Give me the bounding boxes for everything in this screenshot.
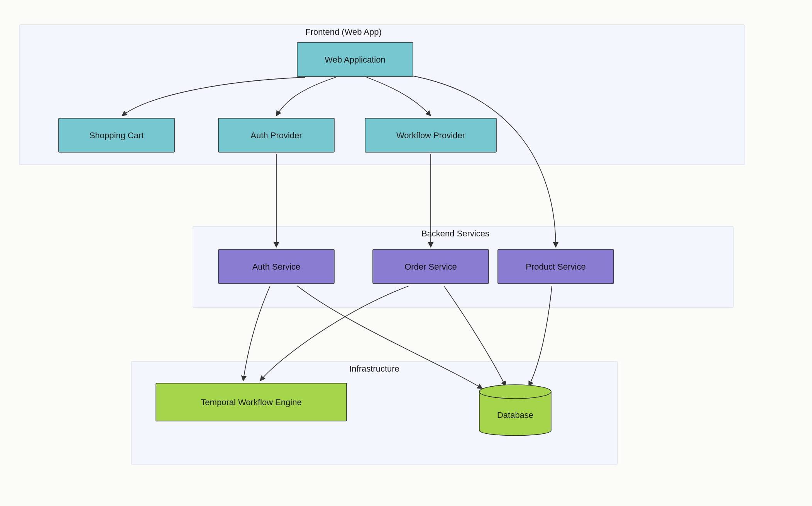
node-web-application: Web Application <box>297 42 413 76</box>
node-auth-provider: Auth Provider <box>218 118 334 152</box>
node-database: Database <box>479 385 551 436</box>
node-workflow-provider-label: Workflow Provider <box>396 131 465 140</box>
node-product-service-label: Product Service <box>526 262 585 272</box>
node-order-service-label: Order Service <box>404 262 457 272</box>
group-backend-label: Backend Services <box>421 229 489 238</box>
node-shopping-cart: Shopping Cart <box>59 118 174 152</box>
node-auth-service-label: Auth Service <box>252 262 301 272</box>
node-auth-service: Auth Service <box>218 250 334 284</box>
node-web-application-label: Web Application <box>325 55 385 65</box>
group-infra-label: Infrastructure <box>349 364 399 374</box>
group-frontend-label: Frontend (Web App) <box>305 27 382 37</box>
node-product-service: Product Service <box>498 250 614 284</box>
node-workflow-provider: Workflow Provider <box>365 118 496 152</box>
node-auth-provider-label: Auth Provider <box>250 131 302 140</box>
svg-point-11 <box>479 385 551 399</box>
node-order-service: Order Service <box>373 250 489 284</box>
node-database-label: Database <box>497 410 533 420</box>
node-shopping-cart-label: Shopping Cart <box>90 131 144 140</box>
architecture-diagram: Frontend (Web App) Backend Services Infr… <box>0 0 812 506</box>
node-temporal-engine: Temporal Workflow Engine <box>156 383 347 421</box>
node-temporal-engine-label: Temporal Workflow Engine <box>201 397 301 407</box>
